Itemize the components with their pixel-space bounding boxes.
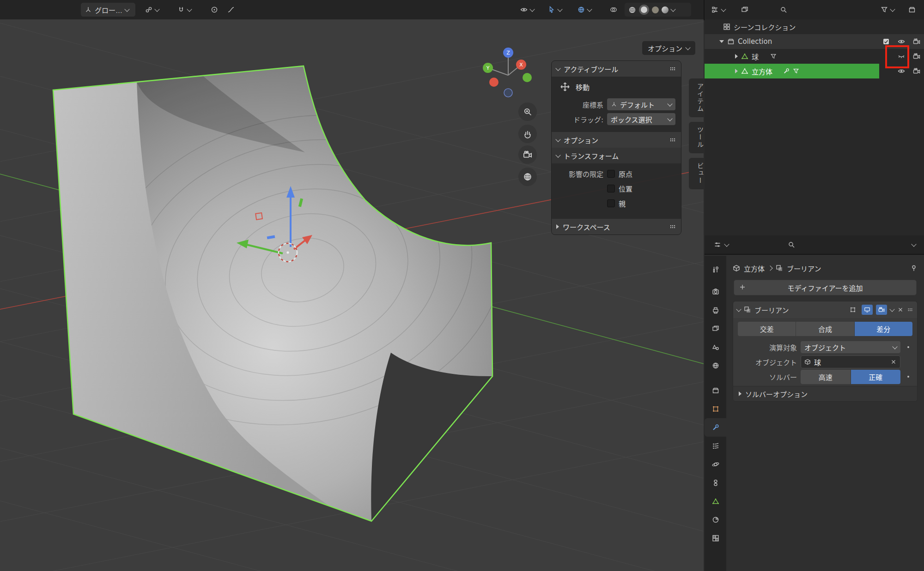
solver-segment: 高速 正確 <box>801 370 900 384</box>
show-gizmo-dropdown[interactable] <box>517 3 538 17</box>
xray-toggle[interactable] <box>606 3 621 17</box>
object-field[interactable]: 球 <box>801 355 900 368</box>
tab-tool[interactable] <box>705 260 726 279</box>
new-collection-button[interactable] <box>905 3 919 17</box>
transform-section-header[interactable]: トランスフォーム <box>552 148 681 163</box>
search-icon[interactable] <box>788 241 795 248</box>
outliner-filter-dropdown[interactable] <box>877 3 898 17</box>
realtime-display-toggle[interactable] <box>862 305 873 315</box>
breadcrumb-modifier[interactable]: ブーリアン <box>787 264 821 273</box>
tab-object[interactable] <box>705 400 726 418</box>
drag-mode-dropdown[interactable]: ボックス選択 <box>607 113 675 125</box>
axis-ball-x-neg[interactable] <box>489 78 498 87</box>
solver-fast[interactable]: 高速 <box>801 370 851 384</box>
hide-eye-icon[interactable] <box>898 38 905 45</box>
solver-options-section[interactable]: ソルバーオプション <box>733 386 917 401</box>
axis-ball-y-neg[interactable] <box>523 73 532 82</box>
gizmos-dropdown[interactable] <box>544 3 565 17</box>
outliner-editor-type-dropdown[interactable] <box>708 3 729 17</box>
camera-view-button[interactable] <box>518 145 537 164</box>
tab-world[interactable] <box>705 356 726 375</box>
triangle-right-icon[interactable] <box>735 54 738 59</box>
operand-type-dropdown[interactable]: オブジェクト <box>801 341 900 353</box>
tab-collection[interactable] <box>705 381 726 400</box>
viewport-options-dropdown[interactable]: オプション <box>642 41 695 55</box>
chevron-down-icon[interactable] <box>911 241 916 246</box>
snapping-dropdown[interactable] <box>141 3 163 17</box>
drag-dots-icon[interactable] <box>669 65 676 72</box>
collection-label: Collection <box>738 37 772 46</box>
render-display-toggle[interactable] <box>876 305 887 315</box>
options-section-header[interactable]: オプション <box>552 132 681 148</box>
sidebar-tab-view[interactable]: ビュー <box>689 158 704 189</box>
operation-difference[interactable]: 差分 <box>855 322 912 336</box>
link-icon <box>145 6 152 13</box>
wireframe-shading-icon[interactable] <box>628 6 636 14</box>
animate-dot-icon[interactable] <box>905 373 912 380</box>
3d-viewport[interactable]: Z X Y <box>0 19 704 571</box>
drag-dots-icon[interactable] <box>669 136 676 144</box>
parents-checkbox[interactable] <box>607 199 615 207</box>
tab-constraints[interactable] <box>705 474 726 492</box>
workspace-section-header[interactable]: ワークスペース <box>552 219 681 234</box>
drag-dots-icon[interactable] <box>907 307 913 313</box>
proportional-falloff-dropdown[interactable] <box>224 3 238 17</box>
outliner-row-scene-collection[interactable]: シーンコレクション <box>705 19 924 34</box>
tab-scene[interactable] <box>705 338 726 356</box>
material-shading-icon[interactable] <box>652 6 659 13</box>
active-tool-header[interactable]: アクティブツール <box>552 61 681 77</box>
sidebar-tab-tool[interactable]: ツール <box>689 122 704 153</box>
animate-dot-icon[interactable] <box>905 344 912 350</box>
tab-output[interactable] <box>705 301 726 319</box>
coord-system-dropdown[interactable]: デフォルト <box>607 98 675 110</box>
triangle-right-icon[interactable] <box>735 69 738 73</box>
disable-render-camera-icon[interactable] <box>913 67 920 75</box>
chevron-down-icon[interactable] <box>889 307 894 312</box>
pan-hand-button[interactable] <box>518 125 537 143</box>
clear-x-icon[interactable] <box>890 359 897 365</box>
scene-collection-icon <box>723 23 730 30</box>
chevron-down-icon[interactable] <box>724 241 729 246</box>
outliner-search-button[interactable] <box>776 3 791 17</box>
add-modifier-button[interactable]: モディファイアーを追加 <box>734 280 917 295</box>
axis-ball-z-neg[interactable] <box>504 89 512 97</box>
solid-shading-icon[interactable] <box>639 5 649 15</box>
hide-eye-icon[interactable] <box>898 67 905 75</box>
outliner-display-mode[interactable] <box>737 3 752 17</box>
overlays-dropdown[interactable] <box>574 3 595 17</box>
operation-intersect[interactable]: 交差 <box>738 322 796 336</box>
edit-mode-toggle[interactable] <box>847 305 858 315</box>
solver-exact[interactable]: 正確 <box>851 370 901 384</box>
tab-object-data[interactable] <box>705 492 726 511</box>
pin-icon[interactable] <box>910 264 918 272</box>
operation-union[interactable]: 合成 <box>796 322 854 336</box>
snap-settings-dropdown[interactable] <box>174 3 195 17</box>
disable-render-camera-icon[interactable] <box>913 38 920 45</box>
chevron-down-icon[interactable] <box>670 6 675 12</box>
tab-physics[interactable] <box>705 455 726 474</box>
locations-checkbox[interactable] <box>607 185 615 192</box>
breadcrumb-object[interactable]: 立方体 <box>744 264 765 273</box>
tab-view-layer[interactable] <box>705 319 726 338</box>
modifier-name[interactable]: ブーリアン <box>754 305 844 315</box>
sidebar-tab-item[interactable]: アイテム <box>689 78 704 117</box>
tab-texture[interactable] <box>705 529 726 547</box>
tab-material[interactable] <box>705 511 726 529</box>
chevron-down-icon[interactable] <box>736 307 741 312</box>
move-tool-row[interactable]: 移動 <box>552 77 681 97</box>
triangle-down-icon[interactable] <box>719 40 724 43</box>
rendered-shading-icon[interactable] <box>662 6 669 13</box>
origins-checkbox[interactable] <box>607 170 615 178</box>
tab-render[interactable] <box>705 282 726 301</box>
tab-particles[interactable] <box>705 437 726 455</box>
disable-render-camera-icon[interactable] <box>913 53 920 60</box>
zoom-button[interactable] <box>518 102 537 121</box>
proportional-editing-toggle[interactable] <box>207 3 222 17</box>
drag-dots-icon[interactable] <box>669 223 676 230</box>
ortho-toggle-button[interactable] <box>518 168 537 186</box>
properties-editor-icon[interactable] <box>714 241 721 248</box>
transform-orientation-dropdown[interactable]: グロー… <box>81 3 135 17</box>
tab-modifiers[interactable] <box>705 418 726 437</box>
close-icon[interactable] <box>897 307 904 313</box>
exclude-checkbox-icon[interactable] <box>882 38 890 45</box>
